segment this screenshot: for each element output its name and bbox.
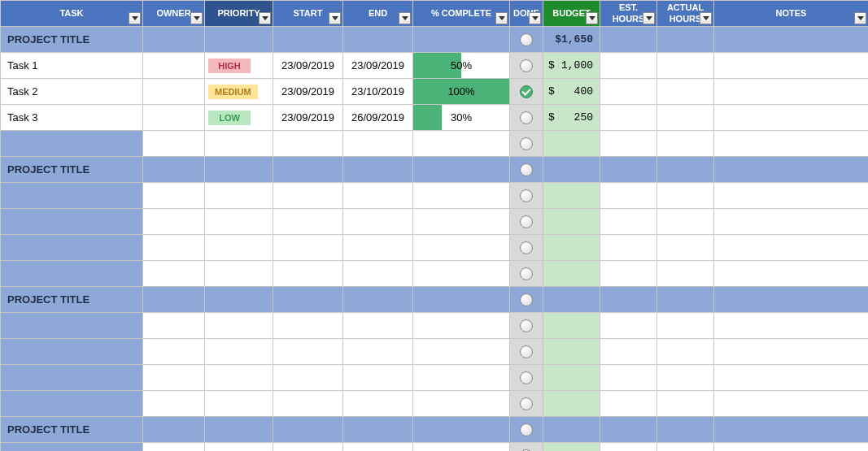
empty-cell[interactable] bbox=[143, 313, 205, 339]
empty-task-cell[interactable] bbox=[1, 365, 143, 391]
empty-cell[interactable] bbox=[657, 261, 714, 287]
empty-cell[interactable] bbox=[657, 313, 714, 339]
empty-cell[interactable] bbox=[205, 313, 273, 339]
empty-cell[interactable] bbox=[600, 365, 657, 391]
empty-cell[interactable] bbox=[143, 365, 205, 391]
est-hours-cell[interactable] bbox=[600, 53, 657, 79]
done-checkbox[interactable] bbox=[520, 85, 533, 98]
owner-cell[interactable] bbox=[143, 79, 205, 105]
empty-cell[interactable] bbox=[205, 183, 273, 209]
filter-done[interactable] bbox=[529, 12, 541, 24]
owner-cell[interactable] bbox=[143, 53, 205, 79]
empty-cell[interactable] bbox=[657, 131, 714, 157]
empty-cell[interactable] bbox=[205, 339, 273, 365]
empty-cell[interactable] bbox=[657, 209, 714, 235]
pct-complete-cell[interactable]: 100% bbox=[413, 79, 510, 105]
done-checkbox[interactable] bbox=[520, 267, 533, 280]
done-checkbox[interactable] bbox=[520, 33, 533, 46]
empty-cell[interactable] bbox=[273, 339, 343, 365]
empty-task-cell[interactable] bbox=[1, 339, 143, 365]
empty-budget-cell[interactable] bbox=[543, 339, 600, 365]
empty-budget-cell[interactable] bbox=[543, 443, 600, 452]
empty-cell[interactable] bbox=[413, 313, 510, 339]
empty-task-cell[interactable] bbox=[1, 209, 143, 235]
empty-cell[interactable] bbox=[143, 443, 205, 452]
priority-cell[interactable]: MEDIUM bbox=[205, 79, 273, 105]
empty-cell[interactable] bbox=[657, 391, 714, 417]
filter-budget[interactable] bbox=[586, 12, 598, 24]
empty-cell[interactable] bbox=[273, 131, 343, 157]
end-date-cell[interactable]: 23/10/2019 bbox=[343, 79, 413, 105]
empty-cell[interactable] bbox=[273, 443, 343, 452]
empty-budget-cell[interactable] bbox=[543, 261, 600, 287]
empty-cell[interactable] bbox=[600, 183, 657, 209]
empty-cell[interactable] bbox=[600, 131, 657, 157]
filter-esthours[interactable] bbox=[643, 12, 655, 24]
empty-task-cell[interactable] bbox=[1, 261, 143, 287]
done-checkbox[interactable] bbox=[520, 189, 533, 202]
filter-pct[interactable] bbox=[495, 12, 508, 24]
empty-cell[interactable] bbox=[714, 365, 869, 391]
filter-owner[interactable] bbox=[190, 12, 203, 24]
budget-cell[interactable]: $250 bbox=[543, 105, 600, 131]
est-hours-cell[interactable] bbox=[600, 105, 657, 131]
empty-task-cell[interactable] bbox=[1, 313, 143, 339]
empty-cell[interactable] bbox=[143, 339, 205, 365]
filter-end[interactable] bbox=[399, 12, 411, 24]
empty-cell[interactable] bbox=[343, 339, 413, 365]
task-name-cell[interactable]: Task 3 bbox=[1, 105, 143, 131]
done-checkbox[interactable] bbox=[520, 59, 533, 72]
empty-cell[interactable] bbox=[143, 391, 205, 417]
empty-cell[interactable] bbox=[143, 131, 205, 157]
actual-hours-cell[interactable] bbox=[657, 105, 714, 131]
empty-cell[interactable] bbox=[600, 339, 657, 365]
empty-cell[interactable] bbox=[657, 443, 714, 452]
start-date-cell[interactable]: 23/09/2019 bbox=[273, 53, 343, 79]
empty-cell[interactable] bbox=[343, 209, 413, 235]
task-name-cell[interactable]: Task 1 bbox=[1, 53, 143, 79]
done-checkbox[interactable] bbox=[520, 319, 533, 332]
start-date-cell[interactable]: 23/09/2019 bbox=[273, 105, 343, 131]
done-checkbox[interactable] bbox=[520, 215, 533, 228]
empty-cell[interactable] bbox=[413, 365, 510, 391]
empty-budget-cell[interactable] bbox=[543, 131, 600, 157]
empty-cell[interactable] bbox=[273, 313, 343, 339]
empty-cell[interactable] bbox=[205, 209, 273, 235]
done-checkbox[interactable] bbox=[520, 137, 533, 150]
empty-cell[interactable] bbox=[143, 209, 205, 235]
empty-cell[interactable] bbox=[143, 235, 205, 261]
done-checkbox[interactable] bbox=[520, 241, 533, 254]
empty-cell[interactable] bbox=[714, 235, 869, 261]
empty-cell[interactable] bbox=[714, 209, 869, 235]
actual-hours-cell[interactable] bbox=[657, 53, 714, 79]
empty-cell[interactable] bbox=[273, 183, 343, 209]
empty-budget-cell[interactable] bbox=[543, 235, 600, 261]
empty-cell[interactable] bbox=[205, 261, 273, 287]
empty-cell[interactable] bbox=[657, 365, 714, 391]
empty-cell[interactable] bbox=[600, 443, 657, 452]
empty-cell[interactable] bbox=[273, 261, 343, 287]
priority-cell[interactable]: HIGH bbox=[205, 53, 273, 79]
empty-cell[interactable] bbox=[273, 235, 343, 261]
done-checkbox[interactable] bbox=[520, 163, 533, 176]
empty-budget-cell[interactable] bbox=[543, 391, 600, 417]
empty-task-cell[interactable] bbox=[1, 131, 143, 157]
empty-cell[interactable] bbox=[413, 131, 510, 157]
empty-cell[interactable] bbox=[205, 235, 273, 261]
empty-cell[interactable] bbox=[413, 391, 510, 417]
end-date-cell[interactable]: 23/09/2019 bbox=[343, 53, 413, 79]
empty-cell[interactable] bbox=[600, 313, 657, 339]
done-checkbox[interactable] bbox=[520, 423, 533, 436]
empty-cell[interactable] bbox=[714, 339, 869, 365]
task-name-cell[interactable]: Task 2 bbox=[1, 79, 143, 105]
filter-start[interactable] bbox=[329, 12, 341, 24]
filter-task[interactable] bbox=[129, 12, 141, 24]
empty-cell[interactable] bbox=[273, 365, 343, 391]
empty-task-cell[interactable] bbox=[1, 443, 143, 452]
empty-cell[interactable] bbox=[143, 261, 205, 287]
empty-cell[interactable] bbox=[343, 235, 413, 261]
end-date-cell[interactable]: 26/09/2019 bbox=[343, 105, 413, 131]
budget-cell[interactable]: $400 bbox=[543, 79, 600, 105]
empty-cell[interactable] bbox=[343, 313, 413, 339]
pct-complete-cell[interactable]: 50% bbox=[413, 53, 510, 79]
